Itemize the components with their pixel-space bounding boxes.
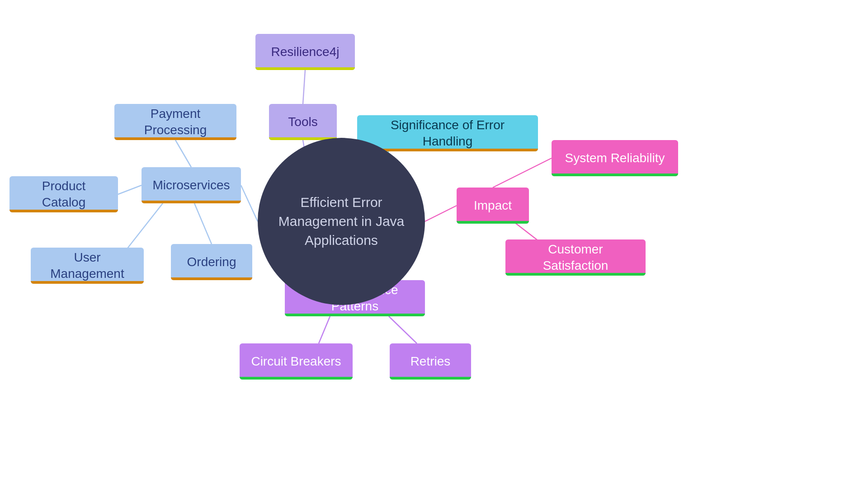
node-resilience4j[interactable]: Resilience4j [255,34,355,70]
node-ordering-label: Ordering [176,247,247,277]
node-impact-border [457,221,529,224]
node-impact-label: Impact [463,190,523,221]
node-product-border [9,210,118,212]
node-customer-satisfaction[interactable]: Customer Satisfaction [505,239,646,276]
svg-line-0 [241,185,258,221]
node-system-border [552,174,678,176]
node-tools[interactable]: Tools [269,104,337,140]
node-retries-border [390,377,471,380]
svg-line-4 [194,203,212,244]
node-tools-label: Tools [277,107,328,137]
node-customer-border [505,273,646,276]
node-resilience4j-label: Resilience4j [260,37,350,67]
svg-line-2 [118,185,142,194]
node-microservices-label: Microservices [142,170,241,201]
node-circuit-breakers-label: Circuit Breakers [240,346,352,377]
node-payment-border [114,137,236,140]
svg-line-8 [425,206,457,221]
node-fault-border [285,314,425,316]
node-user-management[interactable]: User Management [31,248,144,284]
node-circuit-breakers[interactable]: Circuit Breakers [240,343,353,380]
node-significance[interactable]: Significance of Error Handling [357,115,538,151]
node-payment-processing[interactable]: Payment Processing [114,104,236,140]
node-system-reliability-label: System Reliability [554,143,676,174]
node-ordering-border [171,277,252,280]
node-retries[interactable]: Retries [390,343,471,380]
node-product-catalog[interactable]: Product Catalog [9,176,118,212]
node-retries-label: Retries [400,346,462,377]
svg-line-9 [493,158,552,188]
svg-line-6 [303,70,305,104]
node-resilience-border [255,67,355,70]
node-microservices[interactable]: Microservices [142,167,241,203]
node-ordering[interactable]: Ordering [171,244,252,280]
center-node[interactable]: Efficient Error Management in Java Appli… [258,138,425,305]
node-system-reliability[interactable]: System Reliability [552,140,678,176]
node-impact[interactable]: Impact [457,188,529,224]
node-microservices-border [142,201,241,203]
node-circuit-border [240,377,353,380]
center-label: Efficient Error Management in Java Appli… [258,184,425,259]
node-user-border [31,281,144,284]
